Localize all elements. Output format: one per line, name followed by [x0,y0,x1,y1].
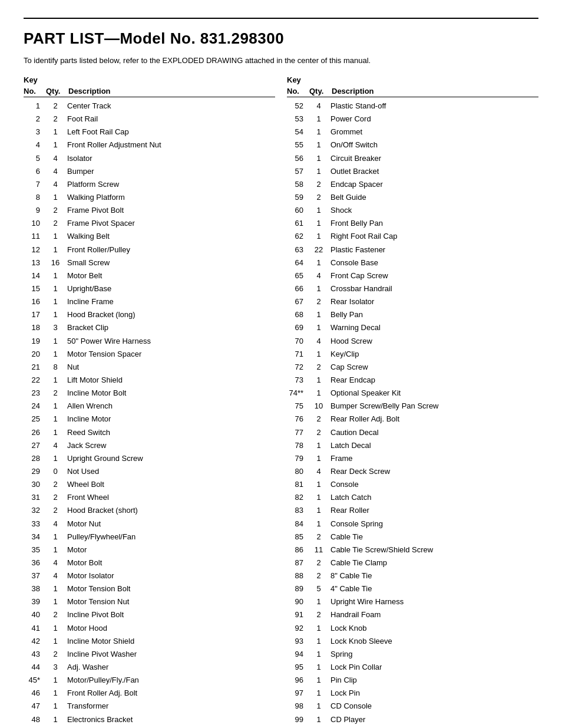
part-desc: Rear Roller Adj. Bolt [328,413,538,425]
list-item: 94 1 Spring [287,648,538,661]
left-header-desc: Description [68,87,111,95]
part-qty: 2 [46,100,65,112]
part-qty: 1 [309,166,328,177]
part-qty: 4 [309,335,328,347]
part-number: 35 [24,544,46,556]
part-qty: 4 [46,166,65,177]
part-qty: 2 [309,531,328,543]
part-qty: 2 [309,192,328,203]
part-qty: 1 [46,635,65,647]
part-qty: 4 [46,570,65,582]
part-desc: Spring [328,648,538,660]
list-item: 60 1 Shock [287,204,538,217]
part-qty: 2 [309,427,328,439]
part-qty: 1 [46,335,65,347]
part-desc: Console Spring [328,518,538,530]
part-desc: Jack Screw [65,440,275,452]
list-item: 11 1 Walking Belt [24,230,275,243]
part-desc: Lock Knob [328,622,538,634]
part-number: 94 [287,648,309,660]
list-item: 81 1 Console [287,478,538,491]
list-item: 48 1 Electronics Bracket [24,713,275,726]
list-item: 41 1 Motor Hood [24,622,275,635]
list-item: 59 2 Belt Guide [287,191,538,204]
part-qty: 1 [46,714,65,726]
part-desc: Bumper Screw/Belly Pan Screw [328,400,538,412]
part-number: 40 [24,609,46,621]
part-number: 16 [24,296,46,308]
part-desc: Grommet [328,126,538,138]
list-item: 1 2 Center Track [24,100,275,113]
part-qty: 1 [46,596,65,608]
part-qty: 4 [309,100,328,112]
part-desc: Circuit Breaker [328,153,538,164]
list-item: 6 4 Bumper [24,165,275,178]
part-qty: 1 [46,413,65,425]
list-item: 79 1 Frame [287,452,538,465]
part-qty: 1 [46,283,65,295]
part-desc: 4" Cable Tie [328,583,538,595]
list-item: 19 1 50" Power Wire Harness [24,335,275,348]
part-number: 41 [24,622,46,634]
part-qty: 1 [309,113,328,125]
part-qty: 2 [46,113,65,125]
part-number: 2 [24,113,46,125]
part-qty: 1 [46,583,65,595]
part-desc: Small Screw [65,257,275,269]
part-qty: 1 [46,544,65,556]
part-qty: 3 [46,661,65,673]
part-qty: 1 [46,270,65,282]
list-item: 96 1 Pin Clip [287,674,538,687]
part-number: 55 [287,139,309,151]
list-item: 32 2 Hood Bracket (short) [24,504,275,517]
part-number: 36 [24,557,46,569]
list-item: 33 4 Motor Nut [24,518,275,531]
part-desc: Front Wheel [65,492,275,503]
part-desc: Not Used [65,466,275,477]
part-desc: Electronics Bracket [65,714,275,726]
right-parts-list: 52 4 Plastic Stand-off 53 1 Power Cord 5… [287,100,538,728]
list-item: 74** 1 Optional Speaker Kit [287,387,538,400]
list-item: 21 8 Nut [24,361,275,374]
part-desc: Frame Pivot Bolt [65,205,275,216]
part-desc: Upright/Base [65,283,275,295]
part-number: 21 [24,361,46,373]
part-qty: 8 [46,361,65,373]
part-qty: 22 [309,244,328,256]
part-number: 56 [287,153,309,164]
part-desc: Rear Deck Screw [328,466,538,477]
part-number: 62 [287,230,309,242]
part-desc: Foot Rail [65,113,275,125]
right-header-desc: Description [332,87,374,95]
list-item: 88 2 8" Cable Tie [287,569,538,582]
list-item: 52 4 Plastic Stand-off [287,100,538,113]
part-number: 12 [24,244,46,256]
part-number: 73 [287,374,309,386]
part-desc: Lock Pin [328,687,538,699]
list-item: 83 1 Rear Roller [287,504,538,517]
part-qty: 1 [309,674,328,686]
part-desc: Nut [65,361,275,373]
part-qty: 1 [309,479,328,490]
part-desc: Hood Screw [328,335,538,347]
part-number: 64 [287,257,309,269]
part-qty: 5 [309,583,328,595]
part-number: 72 [287,361,309,373]
part-number: 59 [287,192,309,203]
part-desc: Motor Isolator [65,570,275,582]
part-number: 70 [287,335,309,347]
part-number: 3 [24,126,46,138]
list-item: 73 1 Rear Endcap [287,374,538,387]
part-qty: 3 [46,322,65,334]
part-desc: CD Console [328,700,538,712]
part-desc: Motor Hood [65,622,275,634]
part-number: 26 [24,427,46,439]
part-qty: 1 [309,387,328,399]
part-desc: Motor Nut [65,518,275,530]
left-column: Key No. Qty. Description 1 2 Center Trac… [24,75,287,728]
part-number: 18 [24,322,46,334]
part-number: 27 [24,440,46,452]
part-qty: 1 [46,296,65,308]
part-qty: 1 [309,596,328,608]
list-item: 56 1 Circuit Breaker [287,152,538,165]
